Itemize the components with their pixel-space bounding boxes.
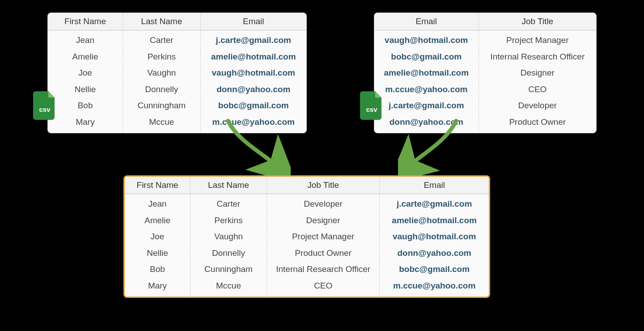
- svg-text:csv: csv: [366, 106, 377, 113]
- csv-file-icon: csv: [360, 91, 383, 120]
- col-job-title: Job Title: [479, 13, 596, 30]
- table-row: donn@yahoo.com Product Owner: [374, 114, 596, 133]
- table-row: Mary Mccue m.ccue@yahoo.com: [48, 114, 306, 133]
- table-row: Nellie Donnelly Product Owner donn@yahoo…: [125, 245, 489, 262]
- col-email: Email: [374, 13, 479, 30]
- table-row: Jean Carter j.carte@gmail.com: [48, 30, 306, 49]
- result-table: First Name Last Name Job Title Email Jea…: [123, 175, 490, 298]
- table-row: Bob Cunningham Internal Research Officer…: [125, 261, 489, 278]
- table-row: Mary Mccue CEO m.ccue@yahoo.com: [125, 278, 489, 297]
- col-first-name: First Name: [48, 13, 123, 30]
- table-row: vaugh@hotmail.com Project Manager: [374, 30, 596, 49]
- col-email: Email: [200, 13, 306, 30]
- svg-text:csv: csv: [39, 106, 51, 113]
- csv-file-icon: csv: [33, 91, 56, 120]
- table-row: Nellie Donnelly donn@yahoo.com: [48, 81, 306, 98]
- col-email: Email: [380, 177, 489, 194]
- col-first-name: First Name: [125, 177, 191, 194]
- col-last-name: Last Name: [191, 177, 267, 194]
- col-job-title: Job Title: [267, 177, 379, 194]
- table-row: bobc@gmail.com Internal Research Officer: [374, 49, 596, 65]
- source-table-left: First Name Last Name Email Jean Carter j…: [47, 13, 307, 133]
- table-row: m.ccue@yahoo.com CEO: [374, 81, 596, 98]
- table-header-row: Email Job Title: [374, 13, 596, 30]
- table-row: Joe Vaughn vaugh@hotmail.com: [48, 65, 306, 81]
- col-last-name: Last Name: [123, 13, 200, 30]
- table-row: Amelie Perkins amelie@hotmail.com: [48, 49, 306, 65]
- table-row: amelie@hotmail.com Designer: [374, 65, 596, 81]
- source-table-right: Email Job Title vaugh@hotmail.com Projec…: [374, 13, 597, 133]
- table-row: Bob Cunningham bobc@gmail.com: [48, 98, 306, 114]
- table-header-row: First Name Last Name Job Title Email: [125, 177, 489, 194]
- table-row: Joe Vaughn Project Manager vaugh@hotmail…: [125, 229, 489, 245]
- table-row: Jean Carter Developer j.carte@gmail.com: [125, 194, 489, 212]
- table-header-row: First Name Last Name Email: [48, 13, 306, 30]
- table-row: Amelie Perkins Designer amelie@hotmail.c…: [125, 212, 489, 229]
- table-row: j.carte@gmail.com Developer: [374, 98, 596, 114]
